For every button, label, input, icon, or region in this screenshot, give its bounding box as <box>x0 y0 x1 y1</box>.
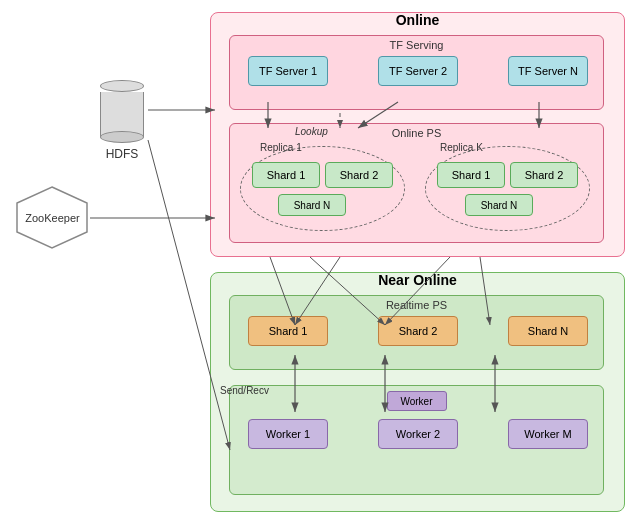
replicak-oval <box>425 146 590 231</box>
diagram-container: { "title": "Architecture Diagram", "sect… <box>0 0 640 525</box>
online-rk-shard2: Shard 2 <box>510 162 578 188</box>
zookeeper-hexagon: ZooKeeper <box>15 185 90 250</box>
tf-serving-label: TF Serving <box>390 39 444 51</box>
online-rk-shardn: Shard N <box>465 194 533 216</box>
hdfs-label: HDFS <box>106 147 139 161</box>
worker-header: Worker <box>387 391 447 411</box>
worker-section: Worker Worker 1 Worker 2 Worker M <box>229 385 604 495</box>
tf-server-2: TF Server 2 <box>378 56 458 86</box>
zookeeper-component: ZooKeeper <box>15 185 90 250</box>
hdfs-cylinder-bottom <box>100 131 144 143</box>
replicak-label: Replica K <box>440 142 483 153</box>
realtime-shardn: Shard N <box>508 316 588 346</box>
worker-m: Worker M <box>508 419 588 449</box>
tf-serving-section: TF Serving TF Server 1 TF Server 2 TF Se… <box>229 35 604 110</box>
lookup-label: Lookup <box>295 126 328 137</box>
realtime-ps-label: Realtime PS <box>386 299 447 311</box>
replica1-label: Replica 1 <box>260 142 302 153</box>
online-ps-label: Online PS <box>392 127 442 139</box>
online-r1-shardn: Shard N <box>278 194 346 216</box>
tf-server-1: TF Server 1 <box>248 56 328 86</box>
realtime-shard1: Shard 1 <box>248 316 328 346</box>
send-recv-label: Send/Recv <box>220 385 269 396</box>
tf-server-n: TF Server N <box>508 56 588 86</box>
online-label: Online <box>396 12 440 28</box>
near-online-section: Near Online Realtime PS Shard 1 Shard 2 … <box>210 272 625 512</box>
worker-2: Worker 2 <box>378 419 458 449</box>
online-ps-section: Online PS Replica 1 Shard 1 Shard 2 Shar… <box>229 123 604 243</box>
worker-1: Worker 1 <box>248 419 328 449</box>
realtime-ps-section: Realtime PS Shard 1 Shard 2 Shard N <box>229 295 604 370</box>
online-section: Online TF Serving TF Server 1 TF Server … <box>210 12 625 257</box>
online-r1-shard1: Shard 1 <box>252 162 320 188</box>
zookeeper-label: ZooKeeper <box>25 212 79 224</box>
online-rk-shard1: Shard 1 <box>437 162 505 188</box>
hdfs-component: HDFS <box>100 80 144 161</box>
online-r1-shard2: Shard 2 <box>325 162 393 188</box>
replica1-oval <box>240 146 405 231</box>
hdfs-cylinder-top <box>100 80 144 92</box>
realtime-shard2: Shard 2 <box>378 316 458 346</box>
near-online-label: Near Online <box>378 272 457 288</box>
